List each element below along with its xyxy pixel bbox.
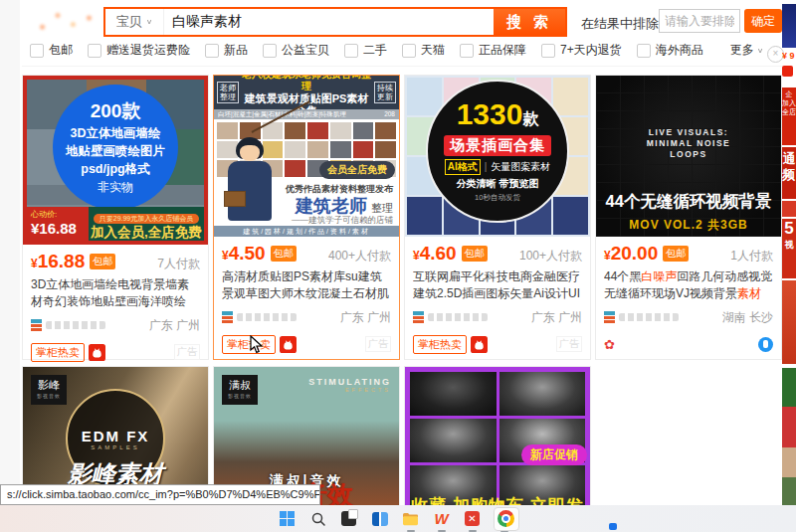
taskbar-file-explorer[interactable] (401, 509, 421, 529)
rail-text: 通 (783, 151, 796, 166)
product-card[interactable]: 1330款 场景插画合集 AI格式 | 矢量图案素材 分类清晰 带预览图 10秒… (404, 75, 591, 360)
product-title[interactable]: 3D立体地画墙绘电视背景墙素材奇幻装饰地贴壁画海洋喷绘 jpg图片 (31, 276, 200, 310)
rail-ad-banner[interactable]: 企加入全店 (782, 88, 796, 145)
search-category-dropdown[interactable]: 宝贝 ∨ (105, 9, 164, 35)
material-swatch-tile (330, 141, 351, 158)
checkbox[interactable] (541, 44, 555, 58)
seller-name-blur[interactable] (619, 313, 679, 321)
material-swatch-tile (285, 141, 305, 158)
product-card[interactable]: 200款 3D立体地画墙绘 地贴壁画喷绘图片 psd/jpg格式 非实物 心动价… (22, 75, 209, 360)
rail-ad-thumbnail[interactable] (782, 4, 796, 48)
buyer-count: 1人付款 (730, 248, 773, 265)
filter-charity[interactable]: 公益宝贝 (263, 42, 329, 59)
buyer-count: 7人付款 (157, 256, 200, 272)
filter-secondhand[interactable]: 二手 (344, 42, 387, 59)
taskbar-app-dark-window[interactable] (339, 509, 359, 529)
mosaic-tile (407, 197, 442, 235)
flower-icon[interactable]: ✿ (604, 337, 615, 352)
category-strip: 白坯|混凝土|金属|石材|木料|砖|图案|特殊肌理 208 (214, 109, 399, 119)
search-input[interactable] (164, 9, 494, 35)
tmall-cat-icon[interactable] (89, 344, 105, 361)
image-overlay-circle: 1330款 场景插画合集 AI格式 | 矢量图案素材 分类清晰 带预览图 10秒… (426, 80, 569, 223)
search-button[interactable]: 搜 索 (494, 9, 565, 35)
noise-thumbnail-grid (410, 372, 585, 509)
product-title[interactable]: 44个黑白噪声回路几何动感视觉无缝循环现场VJ视频背景素材VOL.2 (604, 268, 773, 302)
seller-name-blur[interactable] (237, 313, 297, 321)
checkbox[interactable] (263, 44, 277, 58)
rail-text: 企 (786, 90, 793, 97)
checkbox[interactable] (460, 44, 474, 58)
ad-label: 广告 (174, 344, 200, 360)
badge-row: 掌柜热卖 广告 (413, 335, 582, 353)
filter-return-insurance[interactable]: 赠送退货运费险 (88, 42, 190, 59)
noise-tile (499, 372, 586, 416)
filter-overseas[interactable]: 海外商品 (637, 42, 703, 59)
checkbox[interactable] (30, 44, 44, 58)
checkbox[interactable] (344, 44, 358, 58)
product-card-hovered[interactable]: 老师整理 老八校建筑系老师免费咨询整理 建筑景观材质贴图PS素材合集 持续更新 … (213, 75, 400, 360)
product-title[interactable]: 互联网扁平化科技电商金融医疗建筑2.5D插画图标矢量Ai设计UI素材 (413, 268, 582, 302)
filter-more[interactable]: 更多∨ (730, 42, 764, 59)
seller-location: 广东 广州 (149, 317, 200, 334)
wangwang-messenger-icon[interactable] (758, 337, 773, 352)
image-header: 老师整理 老八校建筑系老师免费咨询整理 建筑景观材质贴图PS素材合集 持续更新 (214, 76, 399, 109)
product-info: ¥ 20.00 包邮 1人付款 44个黑白噪声回路几何动感视觉无缝循环现场VJ视… (596, 237, 781, 353)
product-card[interactable]: LIVE VISUALS: MINIMAL NOISE LOOPS 44个无缝循… (595, 75, 782, 360)
product-image[interactable]: 老师整理 老八校建筑系老师免费咨询整理 建筑景观材质贴图PS素材合集 持续更新 … (214, 76, 399, 237)
image-caption: STIMULATING EFFECTS (308, 377, 391, 393)
rail-ad-banner[interactable] (782, 280, 796, 364)
seller-name-blur[interactable] (46, 321, 105, 329)
filter-tmall[interactable]: 天猫 (402, 42, 445, 59)
free-shipping-badge: 包邮 (90, 254, 115, 269)
tmall-cat-icon[interactable] (471, 336, 488, 353)
taskbar-chrome-active[interactable] (494, 507, 519, 531)
checkbox[interactable] (402, 44, 416, 58)
checkbox[interactable] (88, 44, 101, 58)
windows-taskbar: W ✕ (0, 505, 796, 532)
taskbar-wps-office[interactable]: W (432, 509, 452, 529)
hot-sale-badge: 掌柜热卖 (413, 335, 467, 354)
seller-location: 广东 广州 (340, 309, 391, 326)
rail-text: 视 (782, 239, 796, 252)
exclude-confirm-button[interactable]: 确定 (744, 9, 782, 33)
product-image[interactable]: LIVE VISUALS: MINIMAL NOISE LOOPS 44个无缝循… (596, 76, 781, 237)
checkbox[interactable] (205, 44, 219, 58)
filter-more-label: 更多 (730, 42, 754, 59)
taskbar-app-blue-panes[interactable] (370, 509, 390, 529)
member-free-badge: 会员全店免费 (319, 161, 395, 179)
checkbox[interactable] (637, 44, 651, 58)
product-title[interactable]: 高清材质贴图PS素材库su建筑景观草图大师木纹混凝土石材肌理3d (222, 268, 391, 302)
product-image[interactable]: 200款 3D立体地画墙绘 地贴壁画喷绘图片 psd/jpg格式 非实物 心动价… (23, 76, 208, 245)
start-button[interactable] (278, 509, 298, 529)
filter-label: 正品保障 (479, 42, 526, 59)
update-tag-line: 更新 (377, 92, 393, 101)
overlay-main-title: EDM FX (82, 428, 150, 444)
corner-badge-line: 满叔 (222, 378, 258, 393)
tmall-cat-icon[interactable] (280, 336, 297, 353)
seller-name-blur[interactable] (428, 313, 488, 321)
buyer-count: 400+人付款 (328, 248, 391, 265)
filter-7day-return[interactable]: 7+天内退货 (541, 42, 622, 59)
right-ad-rail: ¥ 9 企加入全店 通频 5视 (782, 0, 796, 505)
taskbar-app-red[interactable]: ✕ (463, 509, 483, 529)
image-caption: LIVE VISUALS: MINIMAL NOISE LOOPS (596, 127, 781, 160)
rail-ad-banner[interactable]: 5视 (782, 219, 796, 278)
filter-free-shipping[interactable]: 包邮 (30, 42, 73, 59)
seller-row: 湖南 长沙 (604, 309, 773, 325)
filter-authentic[interactable]: 正品保障 (460, 42, 526, 59)
filter-label: 新品 (224, 42, 248, 59)
image-footer-strip: 建筑/园林/规划/作品/资料/素材 (214, 226, 399, 237)
taobao-logo[interactable] (30, 9, 100, 35)
seller-rank-icon (413, 311, 424, 323)
rail-ad-banner[interactable] (782, 368, 796, 505)
title-keyword: 素材 (737, 286, 761, 300)
search-icon (310, 511, 326, 527)
rail-ad-banner[interactable] (782, 201, 796, 217)
price-row: ¥ 16.88 包邮 7人付款 (31, 251, 200, 272)
rail-ad-banner[interactable]: 通频 (782, 147, 796, 199)
taskbar-search-button[interactable] (308, 509, 328, 529)
filter-new[interactable]: 新品 (205, 42, 248, 59)
product-image[interactable]: 1330款 场景插画合集 AI格式 | 矢量图案素材 分类清晰 带预览图 10秒… (405, 76, 590, 237)
exclude-input[interactable] (659, 9, 740, 33)
mosaic-tile (553, 197, 588, 235)
